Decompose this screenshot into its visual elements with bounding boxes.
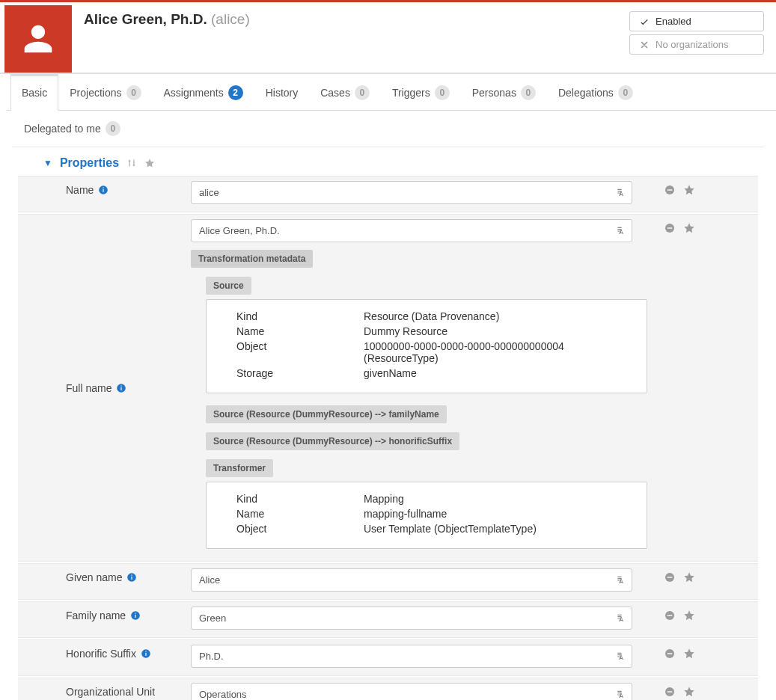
tab-delegated-to-me[interactable]: Delegated to me 0 [16, 111, 128, 147]
input-suffix[interactable] [191, 645, 632, 668]
star-button[interactable] [683, 648, 695, 660]
tab-projections[interactable]: Projections0 [58, 74, 152, 111]
badge: 0 [618, 85, 633, 100]
meta-item: ObjectUser Template (ObjectTemplateType) [236, 523, 633, 535]
input-full-name[interactable] [191, 219, 632, 242]
field-name: Name [18, 176, 758, 212]
close-icon [639, 40, 650, 50]
status-no-orgs[interactable]: No organizations [629, 34, 764, 55]
meta-item: Namemapping-fullname [236, 508, 633, 520]
field-given-name: Given name [18, 563, 758, 600]
tab-history[interactable]: History [254, 74, 310, 111]
chip-source[interactable]: Source [206, 277, 251, 295]
tab-personas[interactable]: Personas0 [461, 74, 547, 111]
tab-bar: BasicProjections0Assignments2HistoryCase… [6, 74, 776, 111]
label-given-name: Given name [66, 571, 122, 583]
meta-item: Object10000000-0000-0000-0000-0000000000… [236, 340, 633, 364]
caret-down-icon: ▼ [43, 158, 52, 168]
chip-source-suffix[interactable]: Source (Resource (DummyResource) --> hon… [206, 432, 459, 450]
badge: 2 [228, 85, 243, 100]
title-login: (alice) [211, 11, 250, 27]
meta-item: KindResource (Data Provenance) [236, 310, 633, 322]
lang-icon[interactable] [616, 226, 626, 236]
badge: 0 [521, 85, 536, 100]
remove-button[interactable] [664, 222, 676, 234]
chip-transformer[interactable]: Transformer [206, 459, 273, 477]
tab-delegations[interactable]: Delegations0 [547, 74, 644, 111]
label-name: Name [66, 184, 94, 196]
lang-icon[interactable] [616, 575, 626, 586]
section-properties-header[interactable]: ▼ Properties [18, 147, 758, 176]
lang-icon[interactable] [616, 613, 626, 624]
field-family-name: Family name [18, 601, 758, 638]
page-header: Alice Green, Ph.D. (alice) Enabled No or… [0, 2, 776, 74]
field-honorific-suffix: Honorific Suffix [18, 639, 758, 676]
badge: 0 [435, 85, 450, 100]
input-name[interactable] [191, 181, 632, 204]
chip-transformation-metadata[interactable]: Transformation metadata [191, 250, 313, 268]
star-button[interactable] [683, 222, 695, 234]
secondary-tab-bar: Delegated to me 0 [12, 111, 764, 147]
tab-cases[interactable]: Cases0 [309, 74, 381, 111]
field-full-name: Full name Transformation metadata Source… [18, 214, 758, 562]
badge: 0 [355, 85, 370, 100]
input-given-name[interactable] [191, 568, 632, 592]
sort-icon[interactable] [126, 158, 137, 168]
remove-button[interactable] [664, 648, 676, 660]
remove-button[interactable] [664, 610, 676, 621]
label-org-unit: Organizational Unit [66, 686, 155, 698]
badge: 0 [126, 85, 141, 100]
input-ou-0[interactable] [191, 683, 632, 700]
remove-button[interactable] [664, 571, 676, 583]
page-title: Alice Green, Ph.D. (alice) [84, 11, 250, 28]
status-enabled[interactable]: Enabled [629, 11, 764, 31]
lang-icon[interactable] [616, 651, 626, 662]
panel-source: KindResource (Data Provenance)NameDummy … [206, 299, 647, 393]
info-icon[interactable] [130, 610, 141, 621]
info-icon[interactable] [98, 185, 109, 195]
label-suffix: Honorific Suffix [66, 648, 136, 660]
tab-basic[interactable]: Basic [10, 74, 58, 111]
tab-assignments[interactable]: Assignments2 [153, 74, 254, 111]
info-icon[interactable] [141, 648, 151, 659]
input-family-name[interactable] [191, 607, 632, 630]
meta-item: KindMapping [236, 493, 633, 505]
title-name: Alice Green, Ph.D. [84, 11, 207, 27]
label-full-name: Full name [66, 382, 111, 394]
meta-item: StoragegivenName [236, 367, 633, 379]
check-icon [639, 16, 650, 27]
info-icon[interactable] [126, 572, 137, 583]
badge: 0 [106, 121, 120, 136]
lang-icon[interactable] [616, 690, 626, 700]
star-icon[interactable] [144, 158, 155, 168]
meta-item: NameDummy Resource [236, 325, 633, 337]
star-button[interactable] [683, 571, 695, 583]
avatar [4, 5, 72, 73]
lang-icon[interactable] [616, 188, 626, 198]
panel-transformer: KindMappingNamemapping-fullnameObjectUse… [206, 482, 647, 549]
remove-button[interactable] [664, 686, 676, 698]
tab-triggers[interactable]: Triggers0 [381, 74, 461, 111]
user-icon [22, 22, 55, 55]
star-button[interactable] [683, 184, 695, 196]
star-button[interactable] [683, 686, 695, 698]
field-org-unit: Organizational Unit [18, 678, 758, 700]
star-button[interactable] [683, 610, 695, 621]
info-icon[interactable] [116, 383, 126, 393]
remove-button[interactable] [664, 184, 676, 196]
label-family-name: Family name [66, 610, 126, 621]
chip-source-family[interactable]: Source (Resource (DummyResource) --> fam… [206, 405, 447, 423]
